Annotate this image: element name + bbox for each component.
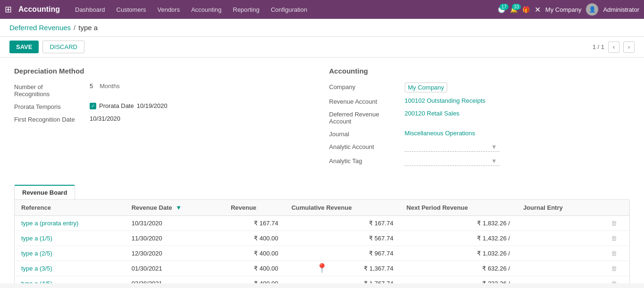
delete-row-button[interactable]: 🗑 (599, 216, 629, 231)
col-revenue[interactable]: Revenue (224, 200, 285, 216)
close-button[interactable]: ✕ (535, 5, 541, 14)
pagination: 1 / 1 ‹ › (593, 41, 635, 53)
cell-revenue: ₹ 400.00 (224, 231, 285, 246)
prorata-checkbox[interactable]: Prorata Date 10/19/2020 (90, 102, 167, 109)
company-value[interactable]: My Company (405, 82, 448, 92)
col-actions (599, 200, 629, 216)
journal-label: Journal (329, 130, 400, 138)
cell-revenue-date: 12/30/2020 (125, 246, 224, 261)
col-cumulative-revenue[interactable]: Cumulative Revenue (285, 200, 400, 216)
cell-cumulative: ₹ 167.74 (285, 216, 400, 231)
recognitions-value: 5 (90, 82, 93, 90)
cell-journal-entry (517, 261, 599, 276)
cell-revenue: ₹ 167.74 (224, 216, 285, 231)
accounting-title: Accounting (329, 67, 630, 75)
deferred-revenue-account-value[interactable]: 200120 Retail Sales (405, 110, 460, 117)
prev-page-button[interactable]: ‹ (608, 41, 619, 53)
analytic-tag-row: Analytic Tag ▼ (329, 156, 630, 166)
table-row: type a (1/5) 11/30/2020 ₹ 400.00 ₹ 567.7… (15, 231, 629, 246)
depreciation-title: Depreciation Method (14, 67, 315, 75)
analytic-tag-select[interactable]: ▼ (405, 156, 499, 166)
delete-row-button[interactable]: 🗑 (599, 246, 629, 261)
clock-button[interactable]: 🕐 17 (498, 6, 505, 13)
cell-journal-entry (517, 231, 599, 246)
cell-reference[interactable]: type a (4/5) (15, 276, 125, 284)
cell-journal-entry (517, 246, 599, 261)
user-avatar[interactable]: 👤 (586, 3, 598, 16)
col-reference[interactable]: Reference (15, 200, 125, 216)
revenue-account-value[interactable]: 100102 Outstanding Receipts (405, 97, 485, 104)
save-button[interactable]: SAVE (9, 41, 39, 53)
location-pin-icon: 📍 (316, 263, 328, 274)
company-name[interactable]: My Company (545, 6, 582, 13)
breadcrumb-link[interactable]: Deferred Revenues (9, 24, 71, 32)
prorata-extra-label: Prorata Date (99, 102, 134, 109)
delete-row-button[interactable]: 🗑 (599, 261, 629, 276)
first-recognition-value: 10/31/2020 (90, 115, 120, 122)
first-recognition-label: First Recognition Date (14, 115, 85, 123)
chevron-down-icon: ▼ (491, 143, 497, 150)
cell-next-period: ₹ 632.26 / (400, 261, 517, 276)
nav-configuration[interactable]: Configuration (266, 4, 312, 15)
action-bar: SAVE DISCARD 1 / 1 ‹ › (0, 37, 644, 58)
cell-cumulative: ₹ 967.74 (285, 246, 400, 261)
nav-vendors[interactable]: Vendors (152, 4, 184, 15)
analytic-tag-label: Analytic Tag (329, 156, 400, 165)
next-page-button[interactable]: › (623, 41, 635, 53)
col-next-period-revenue[interactable]: Next Period Revenue (400, 200, 517, 216)
tab-revenue-board[interactable]: Revenue Board (14, 185, 75, 199)
bell-badge: 33 (512, 4, 521, 10)
user-name[interactable]: Administrator (603, 6, 639, 13)
journal-value[interactable]: Miscellaneous Operations (405, 130, 476, 137)
close-icon: ✕ (535, 5, 541, 14)
table-row: type a (prorata entry) 10/31/2020 ₹ 167.… (15, 216, 629, 231)
cell-revenue: ₹ 400.00 (224, 261, 285, 276)
deferred-revenue-account-row: Deferred RevenueAccount 200120 Retail Sa… (329, 110, 630, 125)
delete-row-button[interactable]: 🗑 (599, 231, 629, 246)
nav-dashboard[interactable]: Dashboard (70, 4, 110, 15)
analytic-account-row: Analytic Account ▼ (329, 142, 630, 152)
recognitions-unit: Months (100, 82, 120, 90)
cell-reference[interactable]: type a (3/5) (15, 261, 125, 276)
cell-cumulative: ₹ 1,367.74 (285, 261, 400, 276)
cell-journal-entry (517, 216, 599, 231)
main-content: Depreciation Method Number ofRecognition… (0, 58, 644, 283)
gift-icon: 🎁 (522, 6, 530, 13)
col-journal-entry[interactable]: Journal Entry (517, 200, 599, 216)
action-buttons: SAVE DISCARD (9, 41, 84, 53)
accounting-section: Accounting Company My Company Revenue Ac… (329, 67, 630, 171)
discard-button[interactable]: DISCARD (42, 41, 84, 53)
delete-row-button[interactable]: 🗑 (599, 276, 629, 284)
cell-next-period: ₹ 1,432.26 / (400, 231, 517, 246)
journal-row: Journal Miscellaneous Operations (329, 130, 630, 138)
tab-bar: Revenue Board (14, 185, 630, 199)
breadcrumb-separator: / (74, 24, 75, 32)
breadcrumb-bar: Deferred Revenues / type a (0, 19, 644, 37)
cell-next-period: ₹ 1,032.26 / (400, 246, 517, 261)
analytic-account-select[interactable]: ▼ (405, 142, 499, 152)
number-of-recognitions-row: Number ofRecognitions 5 Months (14, 82, 315, 98)
cell-reference[interactable]: type a (1/5) (15, 231, 125, 246)
clock-badge: 17 (500, 4, 509, 10)
gift-button[interactable]: 🎁 (522, 6, 530, 13)
col-revenue-date[interactable]: Revenue Date ▼ (125, 200, 224, 216)
nav-customers[interactable]: Customers (112, 4, 151, 15)
cell-reference[interactable]: type a (2/5) (15, 246, 125, 261)
grid-menu-button[interactable]: ⊞ (5, 4, 12, 15)
avatar-icon: 👤 (589, 6, 596, 13)
form-sections: Depreciation Method Number ofRecognition… (14, 67, 630, 171)
nav-reporting[interactable]: Reporting (228, 4, 264, 15)
grid-icon: ⊞ (5, 4, 12, 15)
cell-journal-entry (517, 276, 599, 284)
pagination-label: 1 / 1 (593, 43, 604, 50)
navbar-right: 🕐 17 🔔 33 🎁 ✕ My Company 👤 Administrator (498, 3, 639, 16)
revenue-account-row: Revenue Account 100102 Outstanding Recei… (329, 97, 630, 105)
cell-next-period: ₹ 232.26 / (400, 276, 517, 284)
revenue-account-label: Revenue Account (329, 97, 400, 105)
cell-cumulative: ₹ 567.74 (285, 231, 400, 246)
navbar: ⊞ Accounting Dashboard Customers Vendors… (0, 0, 644, 19)
bell-button[interactable]: 🔔 33 (510, 6, 518, 13)
cell-reference[interactable]: type a (prorata entry) (15, 216, 125, 231)
nav-accounting[interactable]: Accounting (186, 4, 226, 15)
chevron-down-icon-2: ▼ (491, 157, 497, 165)
